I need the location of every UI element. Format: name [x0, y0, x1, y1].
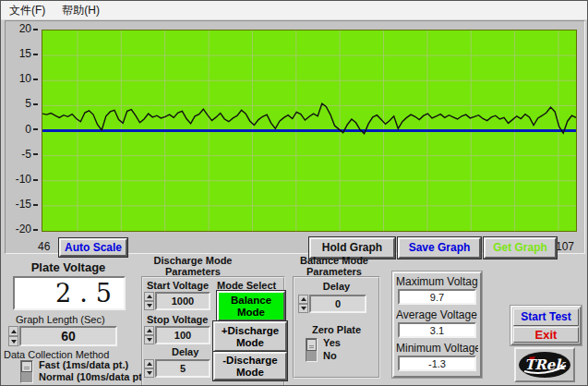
zero-plate-label: Zero Plate — [293, 324, 380, 335]
save-graph-button[interactable]: Save Graph — [398, 237, 481, 259]
y-axis-tick-label: 10 — [5, 73, 38, 85]
stop-voltage-value[interactable]: 100 — [155, 326, 210, 344]
start-voltage-decrement-button[interactable] — [144, 301, 154, 310]
discharge-delay-label: Delay — [172, 346, 198, 357]
negative-discharge-mode-button[interactable]: -Discharge Mode — [213, 352, 287, 380]
start-test-button[interactable]: Start Test — [513, 308, 579, 326]
up-arrow-icon — [147, 362, 152, 366]
mode-select-label: Mode Select — [217, 280, 276, 291]
discharge-delay-spinner: 5 — [144, 359, 210, 378]
balance-delay-decrement-button[interactable] — [298, 304, 308, 313]
x-axis-end-label: 107 — [556, 240, 574, 253]
plate-voltage-label: Plate Voltage — [6, 260, 130, 274]
y-axis-tick-label: -5 — [5, 149, 38, 161]
voltage-graph[interactable] — [42, 30, 577, 232]
delay-decrement-button[interactable] — [144, 368, 154, 378]
start-voltage-label: Start Voltage — [147, 280, 209, 291]
down-arrow-icon — [147, 371, 152, 375]
start-voltage-spinner: 1000 — [144, 292, 210, 310]
average-voltage-value: 3.1 — [398, 322, 476, 338]
down-arrow-icon — [147, 304, 152, 308]
switch-handle[interactable] — [21, 361, 32, 372]
zero-plate-no-label[interactable]: No — [323, 350, 337, 361]
y-axis-tick-label: 0 — [5, 124, 38, 136]
start-voltage-value[interactable]: 1000 — [155, 292, 210, 310]
fast-option-label[interactable]: Fast (1ms/data pt.) — [39, 359, 128, 370]
y-axis-tick-label: -20 — [5, 223, 38, 235]
y-axis-tick-label: 20 — [5, 23, 38, 35]
y-axis-tick-label: -15 — [5, 199, 38, 211]
y-axis-tick-label: 15 — [5, 48, 38, 60]
down-arrow-icon — [147, 338, 152, 342]
plate-voltage-display: 2.5 — [13, 276, 126, 310]
start-voltage-increment-button[interactable] — [144, 292, 154, 301]
graph-length-value[interactable]: 60 — [19, 326, 117, 346]
balance-mode-button[interactable]: Balance Mode — [217, 291, 285, 321]
down-arrow-icon — [11, 340, 17, 344]
data-collection-switch[interactable] — [20, 360, 33, 383]
trek-logo-icon: TRek — [517, 350, 572, 380]
trek-logo: TRek — [514, 347, 575, 382]
y-axis-tick-label: -10 — [5, 174, 38, 186]
graph-length-decrement-button[interactable] — [8, 336, 18, 346]
x-axis-start-label: 46 — [38, 240, 50, 253]
voltage-graph-svg — [42, 30, 576, 231]
up-arrow-icon — [147, 329, 152, 332]
down-arrow-icon — [301, 307, 306, 310]
stop-voltage-increment-button[interactable] — [144, 326, 154, 335]
graph-length-increment-button[interactable] — [8, 326, 18, 336]
delay-increment-button[interactable] — [144, 359, 154, 368]
stop-voltage-spinner: 100 — [144, 326, 210, 344]
minimum-voltage-value: -1.3 — [398, 356, 476, 371]
app-window: 文件(F) 帮助(H) 20151050-5-10-15-20 46 107 A… — [0, 0, 588, 386]
discharge-title-line1: Discharge Mode — [138, 255, 248, 266]
maximum-voltage-value: 9.7 — [398, 289, 476, 305]
maximum-voltage-label: Maximum Voltage — [396, 275, 478, 288]
zero-plate-switch[interactable] — [306, 338, 318, 362]
balance-delay-increment-button[interactable] — [298, 295, 308, 304]
auto-scale-button[interactable]: Auto Scale — [59, 238, 127, 257]
up-arrow-icon — [11, 330, 17, 333]
balance-delay-value[interactable]: 0 — [309, 295, 366, 313]
menu-bar: 文件(F) 帮助(H) — [1, 1, 587, 20]
menu-file[interactable]: 文件(F) — [1, 1, 54, 20]
zero-plate-yes-label[interactable]: Yes — [323, 337, 341, 348]
switch-handle[interactable] — [306, 339, 317, 351]
up-arrow-icon — [147, 295, 152, 298]
graph-length-spinner: 60 — [8, 326, 117, 346]
minimum-voltage-label: Minimum Voltage — [396, 342, 478, 355]
get-graph-button[interactable]: Get Graph — [484, 237, 557, 259]
y-axis-tick-label: 5 — [5, 98, 38, 110]
average-voltage-label: Average Voltage — [396, 308, 478, 321]
stop-voltage-label: Stop Voltage — [147, 314, 217, 325]
normal-option-label[interactable]: Normal (10ms/data pt.) — [39, 371, 141, 382]
menu-help[interactable]: 帮助(H) — [54, 1, 108, 20]
balance-title-line1: Balance Mode — [282, 255, 386, 266]
balance-delay-spinner: 0 — [298, 295, 366, 313]
stop-voltage-decrement-button[interactable] — [144, 335, 154, 344]
up-arrow-icon — [301, 297, 306, 301]
discharge-delay-value[interactable]: 5 — [155, 359, 210, 378]
svg-text:TRek: TRek — [524, 356, 566, 373]
graph-length-label: Graph Length (Sec) — [16, 314, 105, 325]
exit-button[interactable]: Exit — [513, 327, 579, 343]
y-axis-labels: 20151050-5-10-15-20 — [5, 30, 38, 230]
balance-delay-label: Delay — [293, 281, 380, 292]
positive-discharge-mode-button[interactable]: +Discharge Mode — [213, 321, 287, 352]
